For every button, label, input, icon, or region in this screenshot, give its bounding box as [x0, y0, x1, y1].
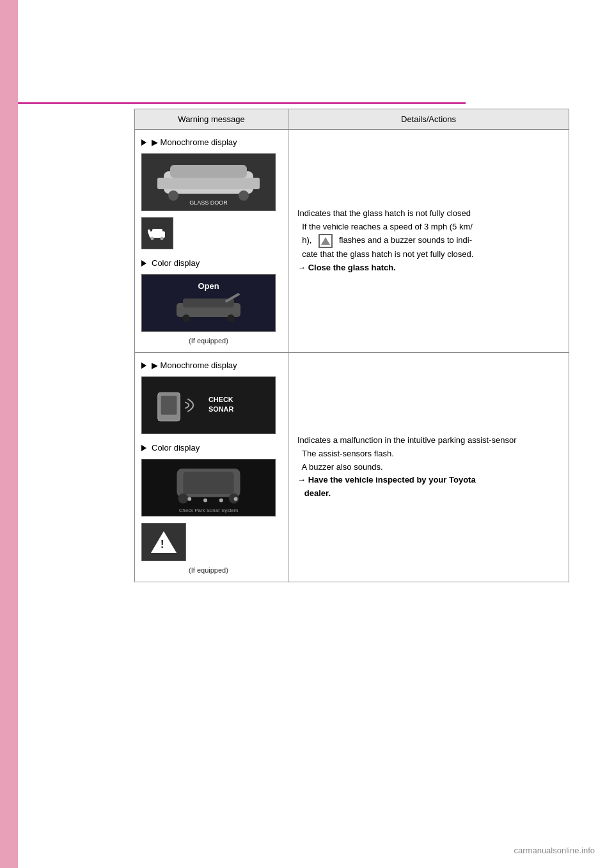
pink-sidebar: [0, 0, 18, 868]
play-arrow-icon: [141, 139, 146, 146]
small-warn-icon-row1: [141, 217, 173, 249]
details2-arrow: →: [297, 475, 308, 484]
color-display-inner: Open: [142, 274, 275, 332]
svg-point-28: [219, 499, 223, 502]
svg-point-10: [161, 237, 164, 240]
color-image-row2: Check Park Sonar System: [141, 459, 276, 516]
watermark: carmanualsonline.info: [514, 846, 595, 855]
color-label-text-row1: Color display: [152, 258, 200, 268]
details-text-row1: Indicates that the glass hatch is not fu…: [297, 207, 560, 274]
play-arrow-icon3: [141, 362, 146, 369]
pink-line: [18, 102, 466, 104]
warning-table: Warning message Details/Actions ▶ Monoch…: [134, 109, 569, 582]
details-line2: If the vehicle reaches a speed of 3 mph …: [297, 222, 473, 231]
open-text: Open: [198, 281, 219, 291]
details2-line1: Indicates a malfunction in the intuitive…: [297, 435, 517, 445]
details-cell-row2: Indicates a malfunction in the intuitive…: [288, 353, 569, 582]
details-line5: cate that the glass hatch is not yet ful…: [297, 249, 473, 259]
details2-action-bold: Have the vehicle inspected by your Toyot…: [297, 475, 476, 498]
glass-door-svg: GLASS DOOR: [151, 159, 266, 206]
svg-text:Check Park Sonar System: Check Park Sonar System: [179, 508, 239, 513]
svg-text:CHECK: CHECK: [209, 396, 233, 403]
check-sonar-svg: CHECK SONAR: [142, 376, 275, 434]
park-sonar-svg: Check Park Sonar System: [142, 459, 275, 516]
svg-rect-23: [183, 472, 233, 494]
details-line1: Indicates that the glass hatch is not fu…: [297, 208, 471, 218]
svg-point-24: [178, 493, 188, 504]
large-warn-triangle-icon: [151, 531, 177, 553]
mono-label-row2: ▶ Monochrome display: [141, 360, 237, 370]
mono-label-text-row1: ▶ Monochrome display: [152, 137, 237, 147]
details2-line2: The assist-sensors flash.: [297, 449, 394, 458]
inline-triangle-icon: [321, 237, 330, 245]
main-content: Warning message Details/Actions ▶ Monoch…: [134, 109, 595, 582]
details-line4: flashes and a buzzer sounds to indi-: [336, 235, 472, 245]
svg-rect-18: [161, 396, 177, 415]
header-details-actions: Details/Actions: [288, 109, 569, 129]
svg-point-29: [234, 497, 238, 501]
svg-point-2: [168, 190, 178, 201]
svg-text:SONAR: SONAR: [209, 405, 233, 413]
mono-image-row2: CHECK SONAR: [141, 376, 276, 434]
table-header: Warning message Details/Actions: [135, 109, 569, 130]
header-warning-message: Warning message: [135, 109, 288, 129]
color-label-text-row2: Color display: [152, 443, 200, 453]
svg-point-27: [203, 499, 207, 502]
play-arrow-icon2: [141, 260, 146, 267]
inline-warn-icon: [319, 234, 333, 248]
table-row-2: ▶ Monochrome display C: [135, 353, 569, 582]
details-line3: h),: [297, 235, 314, 245]
color-label-row2: Color display: [141, 443, 200, 453]
svg-point-26: [187, 497, 191, 501]
color-image-row1: Open: [141, 274, 276, 332]
details-action-bold: Close the glass hatch.: [308, 263, 396, 272]
if-equipped-row2: (If equipped): [141, 566, 276, 574]
mono-image-row1: GLASS DOOR: [141, 153, 276, 211]
mono-label-row1: ▶ Monochrome display: [141, 137, 237, 147]
if-equipped-row1: (If equipped): [141, 337, 276, 345]
svg-rect-1: [170, 165, 247, 178]
play-arrow-icon4: [141, 445, 146, 451]
svg-rect-7: [152, 229, 162, 234]
table-row: ▶ Monochrome display GLASS DOOR: [135, 130, 569, 353]
details-cell-row1: Indicates that the glass hatch is not fu…: [288, 130, 569, 352]
details-arrow: →: [297, 263, 308, 272]
svg-point-3: [239, 190, 249, 201]
color-label-row1: Color display: [141, 258, 200, 268]
svg-point-14: [227, 314, 235, 322]
svg-text:GLASS DOOR: GLASS DOOR: [189, 199, 228, 206]
car-color-svg: [170, 293, 247, 325]
details-text-row2: Indicates a malfunction in the intuitive…: [297, 434, 560, 500]
warning-cell-row2: ▶ Monochrome display C: [135, 353, 288, 582]
warning-cell-row1: ▶ Monochrome display GLASS DOOR: [135, 130, 288, 352]
svg-point-9: [151, 237, 154, 240]
details2-line3: A buzzer also sounds.: [297, 462, 383, 472]
svg-rect-4: [157, 178, 260, 189]
car-door-icon: [148, 225, 167, 242]
svg-point-13: [182, 314, 190, 322]
large-warn-box-row2: [141, 523, 186, 561]
mono-label-text-row2: ▶ Monochrome display: [152, 360, 237, 370]
